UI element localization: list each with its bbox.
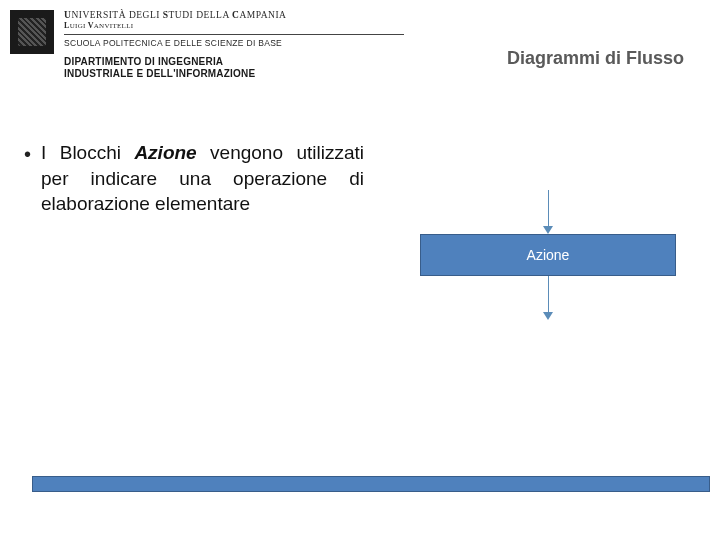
azione-block: Azione: [420, 234, 676, 276]
school-name: SCUOLA POLITECNICA E DELLE SCIENZE DI BA…: [64, 38, 404, 48]
arrow-out-head-icon: [543, 312, 553, 320]
arrow-in-head-icon: [543, 226, 553, 234]
bullet-dot-icon: •: [24, 144, 31, 164]
university-subname: LUIGI VANVITELLI: [64, 21, 404, 30]
bullet-item: • I Blocchi Azione vengono utilizzati pe…: [24, 140, 364, 217]
header-divider: [64, 34, 404, 35]
university-text-block: UNIVERSITÀ DEGLI STUDI DELLA CAMPANIA LU…: [64, 10, 404, 80]
arrow-out-line: [548, 276, 549, 312]
slide-title: Diagrammi di Flusso: [507, 48, 684, 69]
university-name: UNIVERSITÀ DEGLI STUDI DELLA CAMPANIA: [64, 10, 404, 20]
bullet-text: I Blocchi Azione vengono utilizzati per …: [41, 140, 364, 217]
footer-bar: [32, 476, 710, 492]
azione-block-label: Azione: [527, 247, 570, 263]
flowchart-diagram: Azione: [418, 190, 678, 320]
arrow-in-line: [548, 190, 549, 226]
university-logo: [10, 10, 54, 54]
slide-content: • I Blocchi Azione vengono utilizzati pe…: [24, 140, 364, 217]
department-name: DIPARTIMENTO DI INGEGNERIA INDUSTRIALE E…: [64, 56, 404, 80]
